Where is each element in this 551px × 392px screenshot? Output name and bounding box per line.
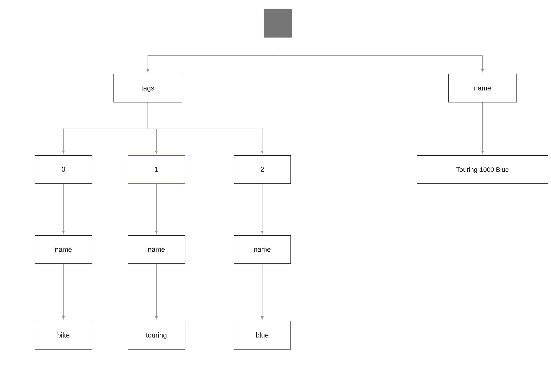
tree-node-tags: tags — [114, 74, 182, 103]
tree-node-name1: name — [128, 235, 185, 264]
tree-node-name_val: Touring-1000 Blue — [417, 155, 548, 184]
tree-node-name_root: name — [448, 74, 517, 103]
tree-node-idx0: 0 — [35, 155, 92, 184]
tree-node-name0: name — [35, 235, 92, 264]
tree-diagram: tagsname012Touring-1000 Bluenamenamename… — [0, 0, 551, 392]
tree-node-idx2: 2 — [234, 155, 291, 184]
tree-node-val1: touring — [128, 321, 185, 350]
tree-node-val0: bike — [35, 321, 92, 350]
tree-node-name2: name — [234, 235, 291, 264]
tree-node-val2: blue — [234, 321, 291, 350]
tree-node-idx1: 1 — [128, 155, 185, 184]
root-node — [264, 9, 292, 37]
